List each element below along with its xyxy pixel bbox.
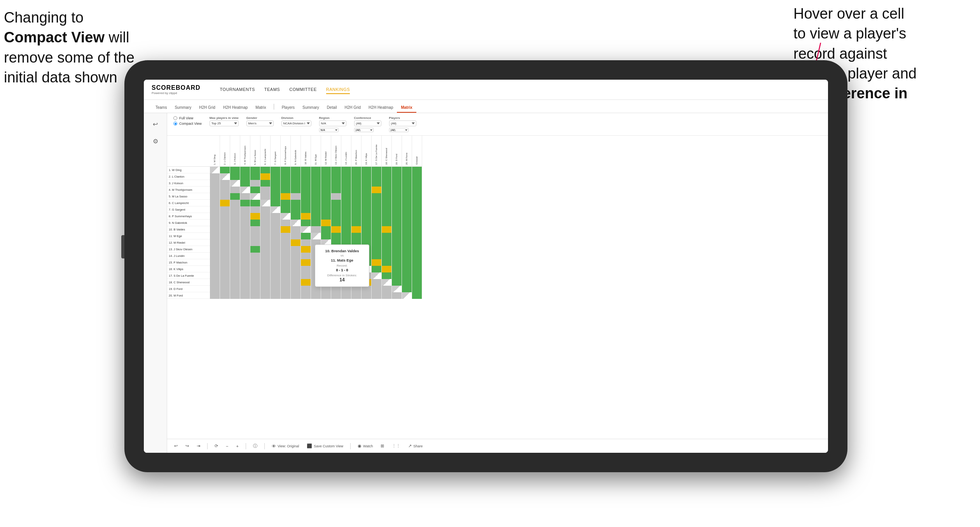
grid-cell[interactable]: [372, 246, 382, 253]
grid-cell[interactable]: [220, 200, 230, 206]
grid-cell[interactable]: [392, 206, 402, 213]
sub-tab-players[interactable]: Players: [278, 103, 299, 113]
grid-cell[interactable]: [382, 220, 392, 226]
grid-cell[interactable]: [341, 187, 351, 193]
grid-cell[interactable]: [301, 259, 311, 266]
grid-cell[interactable]: [321, 292, 331, 299]
grid-cell[interactable]: [382, 266, 392, 272]
grid-cell[interactable]: [250, 272, 260, 279]
grid-cell[interactable]: [351, 173, 362, 180]
grid-cell[interactable]: [362, 220, 372, 226]
grid-cell[interactable]: [250, 246, 260, 253]
grid-cell[interactable]: [240, 266, 250, 272]
grid-cell[interactable]: [382, 193, 392, 200]
grid-cell[interactable]: [382, 272, 392, 279]
grid-cell[interactable]: [220, 226, 230, 233]
grid-cell[interactable]: [260, 246, 271, 253]
grid-cell[interactable]: [412, 286, 422, 292]
grid-cell[interactable]: [260, 193, 271, 200]
grid-cell[interactable]: [281, 286, 291, 292]
grid-cell[interactable]: [402, 206, 412, 213]
grid-cell[interactable]: [321, 193, 331, 200]
nav-tournaments[interactable]: TOURNAMENTS: [220, 86, 255, 94]
grid-cell[interactable]: [220, 180, 230, 187]
grid-cell[interactable]: [210, 180, 220, 187]
grid-cell[interactable]: [291, 266, 301, 272]
grid-cell[interactable]: [412, 226, 422, 233]
grid-cell[interactable]: [260, 206, 271, 213]
grid-cell[interactable]: [372, 200, 382, 206]
grid-cell[interactable]: [240, 272, 250, 279]
grid-cell[interactable]: [281, 272, 291, 279]
grid-cell[interactable]: [372, 286, 382, 292]
sub-tab-summary2[interactable]: Summary: [299, 103, 323, 113]
grid-cell[interactable]: [301, 193, 311, 200]
grid-cell[interactable]: [392, 239, 402, 246]
grid-cell[interactable]: [260, 220, 271, 226]
grid-cell[interactable]: [291, 213, 301, 220]
grid-cell[interactable]: [392, 187, 402, 193]
grid-cell[interactable]: [250, 259, 260, 266]
grid-cell[interactable]: [230, 233, 240, 239]
grid-cell[interactable]: [271, 200, 281, 206]
grid-cell[interactable]: [331, 233, 341, 239]
grid-cell[interactable]: [250, 187, 260, 193]
grid-cell[interactable]: [220, 272, 230, 279]
grid-cell[interactable]: [230, 187, 240, 193]
grid-cell[interactable]: [331, 180, 341, 187]
grid-cell[interactable]: [210, 266, 220, 272]
grid-cell[interactable]: [250, 266, 260, 272]
grid-cell[interactable]: [341, 213, 351, 220]
grid-cell[interactable]: [240, 286, 250, 292]
filter-max-players-select[interactable]: Top 25: [210, 120, 239, 126]
grid-cell[interactable]: [351, 200, 362, 206]
grid-cell[interactable]: [382, 213, 392, 220]
grid-cell[interactable]: [250, 213, 260, 220]
grid-cell[interactable]: [291, 200, 301, 206]
grid-cell[interactable]: [331, 200, 341, 206]
grid-cell[interactable]: [220, 292, 230, 299]
grid-cell[interactable]: [372, 226, 382, 233]
grid-cell[interactable]: [291, 220, 301, 226]
grid-cell[interactable]: [260, 187, 271, 193]
grid-cell[interactable]: [240, 226, 250, 233]
grid-cell[interactable]: [392, 272, 402, 279]
grid-cell[interactable]: [412, 187, 422, 193]
grid-cell[interactable]: [351, 167, 362, 173]
grid-cell[interactable]: [311, 167, 321, 173]
grid-cell[interactable]: [271, 233, 281, 239]
grid-cell[interactable]: [382, 206, 392, 213]
grid-cell[interactable]: [402, 233, 412, 239]
nav-rankings[interactable]: RANKINGS: [326, 86, 350, 94]
grid-cell[interactable]: [362, 226, 372, 233]
grid-cell[interactable]: [392, 266, 402, 272]
grid-cell[interactable]: [240, 233, 250, 239]
grid-cell[interactable]: [301, 292, 311, 299]
grid-cell[interactable]: [240, 239, 250, 246]
grid-cell[interactable]: [412, 279, 422, 286]
grid-cell[interactable]: [301, 253, 311, 259]
grid-cell[interactable]: [372, 193, 382, 200]
grid-cell[interactable]: [250, 226, 260, 233]
grid-cell[interactable]: [362, 193, 372, 200]
grid-cell[interactable]: [372, 206, 382, 213]
grid-cell[interactable]: [230, 259, 240, 266]
grid-cell[interactable]: [260, 266, 271, 272]
grid-cell[interactable]: [291, 187, 301, 193]
grid-cell[interactable]: [351, 226, 362, 233]
grid-cell[interactable]: [402, 292, 412, 299]
grid-cell[interactable]: [382, 167, 392, 173]
grid-cell[interactable]: [210, 173, 220, 180]
grid-cell[interactable]: [230, 266, 240, 272]
grid-cell[interactable]: [230, 272, 240, 279]
grid-cell[interactable]: [412, 220, 422, 226]
grid-cell[interactable]: [301, 206, 311, 213]
grid-cell[interactable]: [331, 187, 341, 193]
filter-gender-select[interactable]: Men's: [246, 120, 274, 126]
filter-conference-select-1[interactable]: (All): [354, 120, 381, 126]
grid-cell[interactable]: [230, 226, 240, 233]
grid-cell[interactable]: [220, 259, 230, 266]
grid-cell[interactable]: [230, 180, 240, 187]
full-view-radio[interactable]: [173, 116, 177, 120]
grid-cell[interactable]: [230, 279, 240, 286]
